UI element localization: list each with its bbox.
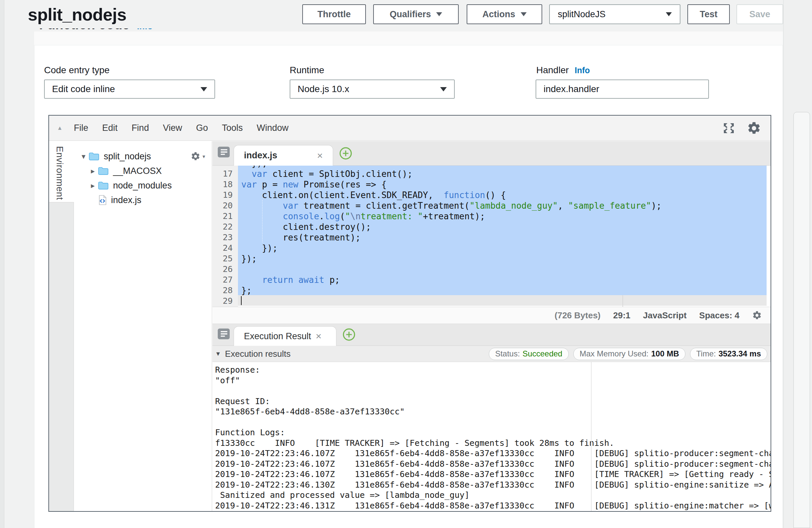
tree-item-label: index.js [111,195,142,205]
tab-execution-result[interactable]: Execution Result × [234,326,336,346]
line-number-20: 20 [213,201,238,211]
runtime-value: Node.js 10.x [298,84,349,94]
execution-results-header: ▼ Execution results Status:SucceededMax … [213,346,771,362]
code-line-20: var treatment = client.getTreatment("lam… [238,201,771,211]
code-line-23: res(treatment); [238,232,771,243]
collapse-panel-icon[interactable]: ▲ [57,125,63,132]
close-icon[interactable]: × [316,331,322,341]
tab-list-icon[interactable] [217,328,230,340]
caret-collapsed-icon[interactable]: ▸ [88,166,97,176]
tab-index-js[interactable]: index.js × [234,145,333,166]
qualifiers-button[interactable]: Qualifiers [373,4,459,24]
editor-tabbar: index.js × [213,141,771,166]
language-mode-indicator[interactable]: JavaScript [643,310,687,321]
execution-results-toggle[interactable]: ▼ Execution results [215,349,291,359]
menu-go[interactable]: Go [196,123,208,133]
handler-input[interactable]: index.handler [536,79,709,99]
line-number-26: 26 [213,264,238,275]
test-button[interactable]: Test [687,4,730,24]
actions-button[interactable]: Actions [467,4,542,24]
code-line-26 [238,264,771,275]
tree-item-label: node_modules [113,180,172,191]
cursor-position-indicator[interactable]: 29:1 [613,310,630,321]
new-tab-plus-icon[interactable] [342,328,356,341]
folder-icon [88,152,100,161]
line-number-19: 19 [213,190,238,201]
page-title: split_nodejs [28,5,126,25]
new-tab-plus-icon[interactable] [339,147,352,160]
lambda-console-page: split_nodejs Throttle Qualifiers Actions… [0,0,812,528]
menu-find[interactable]: Find [132,123,149,133]
code-editor[interactable]: 17181920212223242526272829 }); var clien… [213,166,771,307]
tree-item--macosx[interactable]: ▸__MACOSX [74,164,212,178]
tab-list-icon[interactable] [217,146,230,158]
tree-settings-gear-icon[interactable]: ▾ [191,151,205,161]
indentation-indicator[interactable]: Spaces: 4 [699,310,739,321]
folder-icon [98,166,109,176]
left-edge-strip [0,0,4,528]
menu-window[interactable]: Window [257,123,289,133]
menu-file[interactable]: File [74,123,88,133]
page-scrollbar-thumb[interactable] [794,112,810,528]
line-number-22: 22 [213,222,238,232]
code-editor-content[interactable]: }); var client = SplitObj.client();var p… [238,166,771,307]
line-number-28: 28 [213,285,238,296]
cloud9-editor-window: ▲ FileEditFindViewGoToolsWindow Environm… [48,115,771,512]
menu-items: FileEditFindViewGoToolsWindow [74,123,303,133]
code-line-27: return await p; [238,275,771,285]
code-line-clipped: }); [238,166,771,168]
code-entry-type-value: Edit code inline [52,84,115,94]
line-number-24: 24 [213,243,238,253]
throttle-button[interactable]: Throttle [302,4,366,24]
line-number-17: 17 [213,168,238,179]
execution-results-output[interactable]: Response: "off" Request ID: "131e865f-6e… [213,362,771,511]
handler-input-value: index.handler [543,84,599,94]
caret-collapsed-icon[interactable]: ▸ [88,181,97,190]
tree-item-label: split_nodejs [104,151,151,162]
code-line-18: var p = new Promise(res => { [238,179,771,190]
caret-expanded-icon[interactable]: ▾ [79,152,88,161]
throttle-button-label: Throttle [318,9,351,19]
code-line-17: var client = SplitObj.client(); [238,168,771,179]
editor-menubar: ▲ FileEditFindViewGoToolsWindow [49,116,771,141]
statusbar-gear-icon[interactable] [752,310,762,320]
tab-index-js-label: index.js [244,150,277,161]
line-number-25: 25 [213,253,238,264]
code-line-29 [238,296,771,306]
environment-tab[interactable]: Environment [54,146,65,200]
code-line-25: }); [238,253,771,264]
fullscreen-icon[interactable] [722,121,736,135]
status-badge-2: Time:3523.34 ms [690,348,767,360]
chevron-down-icon [666,12,672,16]
file-size-indicator: (726 Bytes) [554,310,600,321]
close-icon[interactable]: × [317,151,323,161]
menu-edit[interactable]: Edit [102,123,118,133]
tree-item-index-js[interactable]: index.js [74,193,212,207]
runtime-select[interactable]: Node.js 10.x [290,79,455,99]
file-tree-panel: ▾split_nodejs▾▸__MACOSX▸node_modulesinde… [74,141,212,511]
chevron-down-icon [440,87,447,91]
code-line-22: client.destroy(); [238,222,771,232]
alias-select[interactable]: splitNodeJS [549,4,680,24]
code-entry-type-select[interactable]: Edit code inline [44,79,215,99]
results-tabbar: Execution Result × [213,324,771,346]
save-button[interactable]: Save [737,4,783,24]
chevron-down-icon [201,87,207,91]
tree-item-split-nodejs[interactable]: ▾split_nodejs▾ [74,149,212,164]
section-info-link: Info [137,29,153,31]
editor-statusbar: (726 Bytes) 29:1 JavaScript Spaces: 4 [213,307,771,324]
print-margin-line [591,362,592,511]
code-line-21: console.log("\ntreatment: "+treatment); [238,211,771,222]
sidebar-strip [49,202,74,511]
chevron-down-icon [521,12,527,16]
handler-info-link[interactable]: Info [575,65,590,75]
text-cursor [241,296,242,305]
indent-guide [262,200,262,243]
tree-item-label: __MACOSX [113,166,162,176]
editor-settings-gear-icon[interactable] [747,121,761,135]
triangle-down-icon: ▼ [215,350,221,357]
menu-view[interactable]: View [163,123,182,133]
menu-tools[interactable]: Tools [222,123,243,133]
line-number-27: 27 [213,275,238,285]
tree-item-node-modules[interactable]: ▸node_modules [74,178,212,193]
